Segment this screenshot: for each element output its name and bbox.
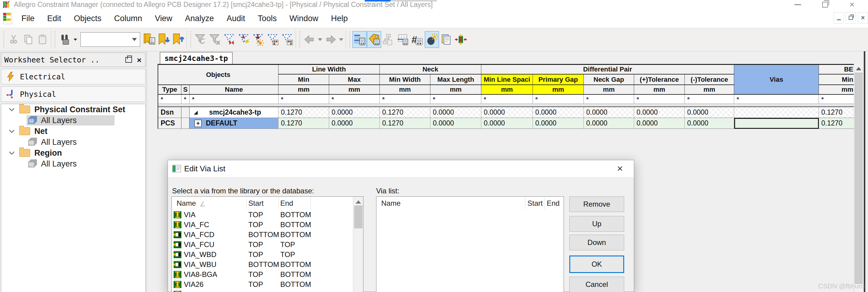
- menu-view[interactable]: View: [149, 10, 179, 27]
- column-group-line-width[interactable]: Line Width: [278, 65, 380, 75]
- combobox-arrow-icon[interactable]: [132, 38, 137, 41]
- value-cell[interactable]: 0.0000: [634, 107, 685, 118]
- filter-cell[interactable]: *: [634, 95, 685, 104]
- column-line-width-min[interactable]: Min: [278, 75, 329, 85]
- via-row-partial[interactable]: [172, 290, 363, 292]
- filter-cell[interactable]: *: [181, 95, 190, 104]
- value-cell[interactable]: 0.0000: [329, 118, 380, 129]
- via-row[interactable]: VIA_FCD BOTTOM BOTTOM: [172, 230, 363, 240]
- value-cell[interactable]: 0.0000: [329, 107, 380, 118]
- dialog-close-icon[interactable]: ×: [613, 163, 627, 174]
- column-neck-gap[interactable]: Neck Gap: [584, 75, 634, 85]
- filter-cell[interactable]: *: [734, 95, 819, 104]
- menu-window[interactable]: Window: [283, 10, 324, 27]
- menu-objects[interactable]: Objects: [67, 10, 108, 27]
- bookmark-previous-icon[interactable]: [171, 31, 185, 48]
- bookmark-worksheet-icon[interactable]: [142, 31, 156, 48]
- filter-cell[interactable]: *: [329, 95, 380, 104]
- sort-ascending-icon[interactable]: ∠: [199, 200, 206, 208]
- cancel-button[interactable]: Cancel: [569, 276, 624, 292]
- header-end[interactable]: End: [547, 199, 560, 208]
- tree-item-net[interactable]: Net: [1, 126, 145, 137]
- refresh-filter-icon[interactable]: [193, 31, 208, 48]
- back-icon[interactable]: [302, 31, 317, 48]
- column-s[interactable]: S: [181, 85, 190, 95]
- reports-icon[interactable]: [439, 31, 454, 48]
- header-name[interactable]: Name: [381, 199, 401, 208]
- value-cell[interactable]: 0.1270: [819, 107, 855, 118]
- filter-grid-1-icon[interactable]: [266, 31, 280, 48]
- find-dropdown-icon[interactable]: [73, 38, 77, 40]
- toolbar-drag-handle[interactable]: [190, 31, 192, 48]
- scroll-up-icon[interactable]: [355, 200, 361, 204]
- back-history-icon[interactable]: [318, 38, 322, 41]
- number-format-icon[interactable]: #: [410, 31, 425, 48]
- bookmark-next-icon[interactable]: [156, 31, 171, 48]
- row-s-cell[interactable]: [181, 118, 190, 129]
- filter-cell[interactable]: *: [278, 95, 329, 104]
- filter-cell[interactable]: *: [533, 95, 584, 104]
- clear-filter-icon[interactable]: [208, 31, 222, 48]
- column-neck-max-length[interactable]: Max Length: [430, 75, 481, 85]
- tree-item-region-all-layers[interactable]: All Layers: [1, 158, 145, 169]
- forward-icon[interactable]: [323, 31, 338, 48]
- toolbar-drag-handle[interactable]: [299, 31, 301, 48]
- value-cell[interactable]: 0.0000: [584, 107, 634, 118]
- value-cell[interactable]: 0.0000: [430, 107, 481, 118]
- scroll-up-icon[interactable]: [856, 67, 861, 70]
- panel-float-icon[interactable]: [125, 57, 132, 63]
- library-via-list[interactable]: Name ∠ Start End VIA TOP BOTTOM VIA_FC T…: [172, 196, 364, 292]
- value-cell[interactable]: 0.1270: [380, 107, 430, 118]
- header-name[interactable]: Name: [177, 199, 196, 208]
- column-group-vias[interactable]: Vias: [734, 65, 819, 95]
- filter-grid-2-icon[interactable]: [280, 31, 294, 48]
- filter-cell[interactable]: *: [584, 95, 634, 104]
- row-s-cell[interactable]: [181, 107, 190, 118]
- remove-button[interactable]: Remove: [569, 196, 624, 212]
- via-row[interactable]: VIA TOP BOTTOM: [172, 210, 363, 220]
- column-min-line-spacing[interactable]: Min Line Spaci: [481, 75, 533, 85]
- value-cell[interactable]: 0.0000: [584, 118, 634, 129]
- column-neck-min-width[interactable]: Min Width: [380, 75, 430, 85]
- scrollbar-thumb[interactable]: [855, 73, 863, 284]
- toolbar-drag-handle[interactable]: [3, 31, 5, 48]
- window-close-button[interactable]: ×: [844, 0, 861, 9]
- tree-item-region[interactable]: Region: [1, 147, 145, 158]
- analyze-icon[interactable]: [425, 31, 439, 48]
- value-cell[interactable]: 0.1270: [278, 118, 329, 129]
- section-physical[interactable]: Physical: [1, 86, 146, 102]
- cut-icon[interactable]: [6, 31, 21, 48]
- menu-help[interactable]: Help: [324, 10, 354, 27]
- column-group-neck[interactable]: Neck: [380, 65, 481, 75]
- selected-via-list[interactable]: Name Start End: [376, 196, 564, 292]
- tree-item-physical-constraint-set[interactable]: Physical Constraint Set: [1, 104, 145, 115]
- mdi-restore-button[interactable]: [846, 12, 856, 24]
- value-cell[interactable]: 0.0000: [481, 118, 533, 129]
- menu-edit[interactable]: Edit: [41, 10, 68, 27]
- search-combobox[interactable]: [81, 32, 140, 47]
- show-worksheets-icon[interactable]: [352, 31, 367, 48]
- show-object-tags-icon[interactable]: [367, 31, 381, 48]
- value-cell[interactable]: 0.0000: [533, 118, 584, 129]
- column-line-width-max[interactable]: Max: [329, 75, 380, 85]
- component-align-icon[interactable]: [454, 31, 468, 48]
- column-name[interactable]: Name: [190, 85, 278, 95]
- copy-icon[interactable]: [21, 31, 35, 48]
- column-be-min[interactable]: Min: [819, 75, 855, 85]
- filter-cell[interactable]: *: [819, 95, 855, 104]
- value-cell[interactable]: 0.0000: [685, 118, 734, 129]
- filter-cell[interactable]: *: [158, 95, 181, 104]
- forward-history-icon[interactable]: [339, 38, 343, 41]
- menu-analyze[interactable]: Analyze: [179, 10, 220, 27]
- filter-cell[interactable]: *: [380, 95, 430, 104]
- filter-cell[interactable]: *: [481, 95, 533, 104]
- via-row[interactable]: VIA_FC TOP BOTTOM: [172, 220, 363, 230]
- filter-bowtie-icon[interactable]: [222, 31, 237, 48]
- tree-item-net-all-layers[interactable]: All Layers: [1, 137, 145, 147]
- column-group-differential-pair[interactable]: Differential Pair: [481, 65, 734, 75]
- row-type-cell[interactable]: Dsn: [158, 107, 181, 118]
- filter-cell[interactable]: *: [190, 95, 278, 104]
- filter-cell[interactable]: *: [430, 95, 481, 104]
- value-cell[interactable]: 0.1270: [278, 107, 329, 118]
- menu-audit[interactable]: Audit: [220, 10, 252, 27]
